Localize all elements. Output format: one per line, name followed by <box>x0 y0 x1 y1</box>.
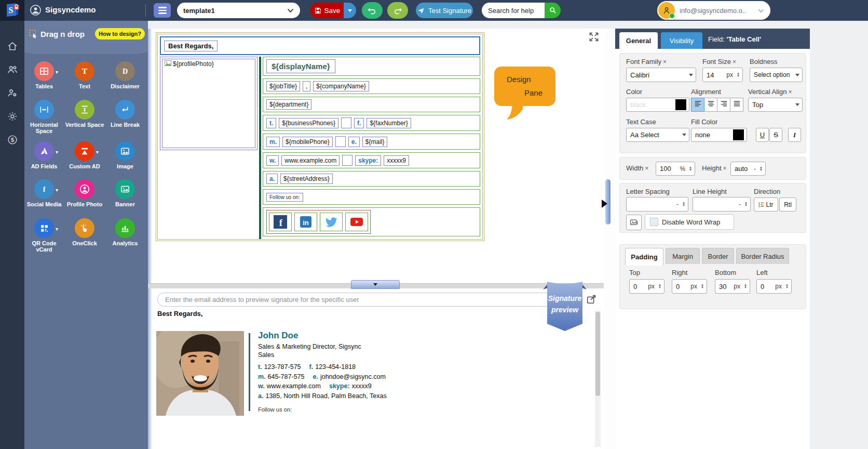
fill-color-swatch[interactable] <box>733 129 744 140</box>
tab-visibility[interactable]: Visibility <box>661 32 702 49</box>
display-name-field[interactable]: ${displayName} <box>266 59 335 73</box>
greeting-field[interactable]: Best Regards, <box>164 41 218 51</box>
line-height-input[interactable]: - ▲▼ <box>693 197 751 212</box>
clear-font-family-icon[interactable]: × <box>663 58 667 65</box>
merge-field[interactable]: xxxxx9 <box>384 155 409 166</box>
caret-down-icon[interactable]: ▾ <box>56 226 58 232</box>
caret-down-icon[interactable]: ▾ <box>56 187 58 193</box>
nav-home[interactable] <box>0 38 24 56</box>
stepper-arrows[interactable]: ▲▼ <box>785 284 789 289</box>
tool-text[interactable]: TText <box>65 61 104 89</box>
menu-toggle-button[interactable] <box>154 3 171 18</box>
fill-color-input[interactable]: none <box>691 128 747 142</box>
merge-field[interactable]: ${department} <box>266 99 311 110</box>
canvas-row[interactable]: t.${businessPhones}f.${faxNumber} <box>263 115 480 131</box>
box-tab-margin[interactable]: Margin <box>666 248 700 264</box>
caret-down-icon[interactable]: ▾ <box>96 149 99 155</box>
italic-button[interactable]: I <box>788 128 801 142</box>
how-to-design-button[interactable]: How to design? <box>95 28 145 39</box>
tool-ad-fields[interactable]: ▾AD Fields <box>24 141 64 169</box>
color-input[interactable]: black <box>626 98 689 112</box>
save-options-button[interactable] <box>344 3 356 18</box>
label-field[interactable]: skype: <box>355 155 381 166</box>
redo-button[interactable] <box>387 2 408 19</box>
preview-email-input[interactable] <box>157 293 560 307</box>
clear-font-size-icon[interactable]: × <box>733 58 736 65</box>
direction-rtl-button[interactable]: Rtl <box>779 197 796 212</box>
tool-image[interactable]: Image <box>105 141 145 169</box>
clear-vertical-align-icon[interactable]: × <box>788 88 792 96</box>
undo-button[interactable] <box>362 2 383 19</box>
box-tab-border[interactable]: Border <box>702 248 734 264</box>
merge-field[interactable]: ${mobilePhone} <box>282 137 333 147</box>
padding-bottom-input[interactable]: 30px▲▼ <box>715 279 750 294</box>
align-justify-button[interactable] <box>730 98 743 112</box>
font-size-stepper[interactable]: 14 px ▲▼ <box>702 68 743 82</box>
stepper-arrows[interactable]: ▲▼ <box>689 166 692 171</box>
underline-button[interactable]: U <box>756 128 769 142</box>
fullscreen-icon[interactable] <box>588 31 600 43</box>
merge-field[interactable]: ${businessPhones} <box>279 118 338 128</box>
label-field[interactable]: m. <box>266 137 280 147</box>
profile-photo-cell[interactable]: ${profilePhoto} <box>160 57 257 150</box>
stepper-arrows[interactable]: ▲▼ <box>701 284 704 289</box>
stepper-arrows[interactable]: ▲▼ <box>744 202 748 207</box>
canvas-row-social[interactable]: fin <box>263 207 480 236</box>
tool-oneclick[interactable]: OneClick <box>65 218 104 246</box>
label-field[interactable]: w. <box>266 155 279 166</box>
merge-field[interactable]: ${faxNumber} <box>367 118 411 128</box>
signature-design-table[interactable]: Best Regards, ${profilePhoto} ${displayN… <box>156 32 484 241</box>
text-case-select[interactable]: Aa Select <box>626 128 689 142</box>
clear-width-icon[interactable]: × <box>645 165 648 172</box>
font-family-select[interactable]: Calibri <box>626 68 696 82</box>
stepper-arrows[interactable]: ▲▼ <box>682 202 685 207</box>
nav-billing[interactable]: $ <box>0 132 24 150</box>
align-center-button[interactable] <box>704 98 717 112</box>
merge-field[interactable]: ${companyName} <box>313 81 369 91</box>
facebook-icon[interactable]: f <box>269 213 292 231</box>
canvas-row[interactable]: ${department} <box>263 97 480 112</box>
tab-general[interactable]: General <box>619 32 658 49</box>
save-button[interactable]: Save <box>310 3 344 18</box>
merge-field[interactable]: ${mail} <box>362 137 388 147</box>
align-left-button[interactable] <box>691 98 704 112</box>
height-input[interactable]: auto - ▲▼ <box>730 162 766 176</box>
label-field[interactable]: a. <box>266 174 278 184</box>
canvas-row-display-name[interactable]: ${displayName} <box>263 57 480 76</box>
stepper-arrows[interactable]: ▲▼ <box>737 72 740 77</box>
label-field[interactable]: t. <box>266 118 276 128</box>
canvas-row-follow[interactable]: Follow us on: <box>263 189 480 205</box>
youtube-icon[interactable] <box>345 213 368 231</box>
disable-word-wrap-checkbox[interactable]: Disable Word Wrap <box>645 214 734 230</box>
box-tab-border-radius[interactable]: Border Radius <box>736 248 789 264</box>
preview-scrollbar-thumb[interactable] <box>595 312 600 396</box>
padding-right-input[interactable]: 0px▲▼ <box>672 279 707 294</box>
greeting-row[interactable]: Best Regards, <box>160 36 480 55</box>
spacer-field[interactable] <box>335 136 346 147</box>
merge-field[interactable]: ${streetAddress} <box>280 174 333 184</box>
align-right-button[interactable] <box>717 98 730 112</box>
collapse-preview-button[interactable] <box>351 280 400 289</box>
linkedin-icon[interactable]: in <box>294 213 317 231</box>
twitter-icon[interactable] <box>320 213 343 231</box>
tool-disclaimer[interactable]: DDisclaimer <box>105 61 145 89</box>
canvas-row[interactable]: w.www.example.comskype:xxxxx9 <box>263 152 480 168</box>
tool-custom-ad[interactable]: ▾Custom AD <box>65 141 104 169</box>
tool-qr-code-vcard[interactable]: ▾QR Code vCard <box>24 218 64 253</box>
clear-height-icon[interactable]: × <box>723 165 727 172</box>
tool-tables[interactable]: ▾Tables <box>24 61 64 89</box>
caret-down-icon[interactable]: ▾ <box>56 149 58 155</box>
spacer-field[interactable] <box>341 117 351 128</box>
background-image-button[interactable] <box>626 215 642 230</box>
canvas-row[interactable]: a.${streetAddress} <box>263 171 480 187</box>
tool-profile-photo[interactable]: Profile Photo <box>65 179 104 207</box>
label-field[interactable]: f. <box>354 118 364 128</box>
merge-field[interactable]: ${jobTitle} <box>266 81 300 91</box>
test-signature-button[interactable]: Test Signature <box>416 3 473 18</box>
follow-us-field[interactable]: Follow us on: <box>266 193 303 202</box>
tool-social-media[interactable]: f▾Social Media <box>24 179 64 207</box>
boldness-select[interactable]: Select option <box>750 68 803 82</box>
stepper-arrows[interactable]: ▲▼ <box>760 166 763 171</box>
template-select[interactable]: template1 <box>177 3 300 18</box>
direction-ltr-button[interactable]: Ltr <box>754 197 778 212</box>
